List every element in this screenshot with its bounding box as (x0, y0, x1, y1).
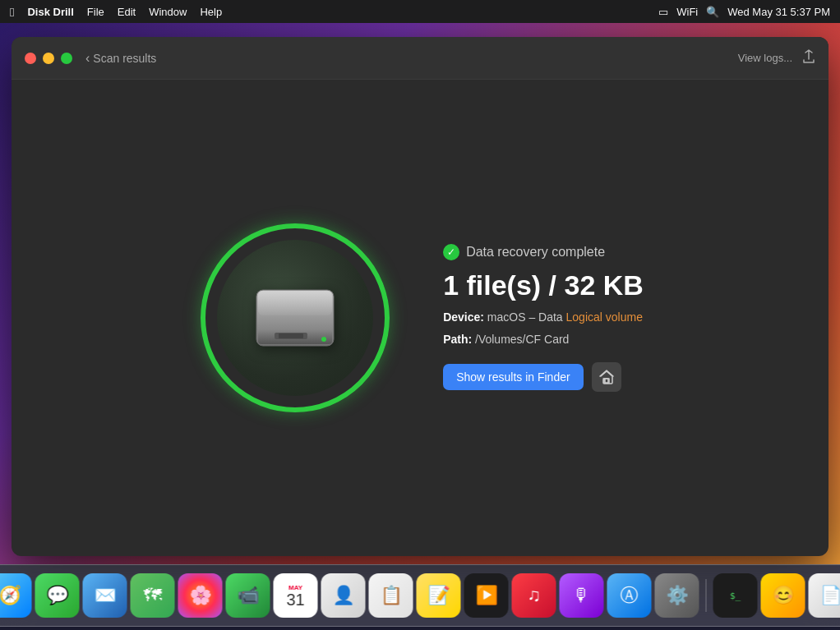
home-button[interactable] (592, 362, 621, 392)
title-bar: ‹ Scan results View logs... (12, 37, 828, 80)
hdd-icon (250, 282, 340, 354)
dock-item-safari[interactable]: 🧭 (0, 573, 32, 618)
dock-item-appletv[interactable]: ▶️ (464, 573, 509, 618)
path-row: Path: /Volumes/CF Card (443, 333, 644, 346)
menubar-search-icon[interactable]: 🔍 (706, 6, 719, 18)
status-row: ✓ Data recovery complete (443, 244, 644, 260)
svg-point-3 (321, 337, 326, 342)
back-label: Scan results (93, 52, 156, 65)
svg-rect-5 (279, 333, 303, 338)
share-button[interactable] (802, 49, 815, 67)
path-value: /Volumes/CF Card (475, 333, 569, 346)
dock-item-terminal[interactable]: $_ (713, 573, 758, 618)
device-name: macOS (487, 310, 526, 324)
menubar:  Disk Drill File Edit Window Help ▭ WiF… (0, 0, 840, 23)
dock-item-appstore[interactable]: Ⓐ (607, 573, 652, 618)
close-button[interactable] (25, 53, 36, 64)
svg-rect-1 (258, 291, 332, 315)
disk-illustration (196, 219, 394, 416)
minimize-button[interactable] (43, 53, 54, 64)
dock-item-reminders[interactable]: 📋 (369, 573, 413, 618)
info-panel: ✓ Data recovery complete 1 file(s) / 32 … (443, 244, 644, 392)
view-logs-button[interactable]: View logs... (738, 52, 792, 64)
device-label: Device: (443, 310, 484, 324)
menubar-help[interactable]: Help (200, 6, 222, 18)
title-bar-actions: View logs... (738, 49, 815, 67)
maximize-button[interactable] (61, 53, 72, 64)
menubar-app-name[interactable]: Disk Drill (27, 6, 73, 18)
device-type: Logical volume (566, 310, 643, 324)
dock-item-notes[interactable]: 📝 (417, 573, 461, 618)
check-icon: ✓ (443, 244, 459, 260)
dock: ⊞ 🧭 💬 ✉️ 🗺 🌸 📹 May 31 👤 📋 📝 ▶️ ♫ 🎙 Ⓐ ⚙️ … (0, 564, 840, 627)
device-info: Device: macOS – Data Logical volume (443, 308, 644, 326)
dock-item-maps[interactable]: 🗺 (131, 573, 175, 618)
menubar-right: ▭ WiFi 🔍 Wed May 31 5:37 PM (658, 6, 830, 18)
menubar-wifi-icon: WiFi (676, 6, 698, 18)
menubar-left:  Disk Drill File Edit Window Help (10, 5, 222, 19)
show-results-in-finder-button[interactable]: Show results in Finder (443, 364, 584, 390)
apple-menu[interactable]:  (10, 5, 14, 19)
traffic-lights (25, 53, 72, 64)
menubar-battery-icon: ▭ (658, 6, 668, 18)
menubar-edit[interactable]: Edit (118, 6, 136, 18)
dock-item-preview[interactable]: 📄 (809, 573, 841, 618)
path-label: Path: (443, 333, 472, 346)
dock-item-music[interactable]: ♫ (512, 573, 556, 618)
main-content: ✓ Data recovery complete 1 file(s) / 32 … (12, 80, 828, 556)
dock-item-facetime[interactable]: 📹 (226, 573, 270, 618)
dock-item-memoji[interactable]: 😊 (761, 573, 805, 618)
dock-item-calendar[interactable]: May 31 (274, 573, 318, 618)
action-buttons: Show results in Finder (443, 362, 644, 392)
dock-item-podcasts[interactable]: 🎙 (560, 573, 604, 618)
back-chevron-icon: ‹ (85, 51, 90, 66)
dock-item-photos[interactable]: 🌸 (178, 573, 223, 618)
status-text: Data recovery complete (466, 245, 605, 260)
back-navigation[interactable]: ‹ Scan results (85, 51, 156, 66)
app-window: ‹ Scan results View logs... (12, 37, 828, 556)
menubar-clock: Wed May 31 5:37 PM (727, 6, 830, 18)
menubar-window[interactable]: Window (149, 6, 187, 18)
dock-item-mail[interactable]: ✉️ (83, 573, 127, 618)
device-separator: – Data (528, 310, 562, 324)
dock-item-messages[interactable]: 💬 (35, 573, 80, 618)
dock-item-contacts[interactable]: 👤 (321, 573, 366, 618)
recovery-summary: 1 file(s) / 32 KB (443, 270, 644, 301)
menubar-file[interactable]: File (87, 6, 104, 18)
dock-item-sysprefs[interactable]: ⚙️ (655, 573, 699, 618)
dock-divider (706, 579, 707, 612)
